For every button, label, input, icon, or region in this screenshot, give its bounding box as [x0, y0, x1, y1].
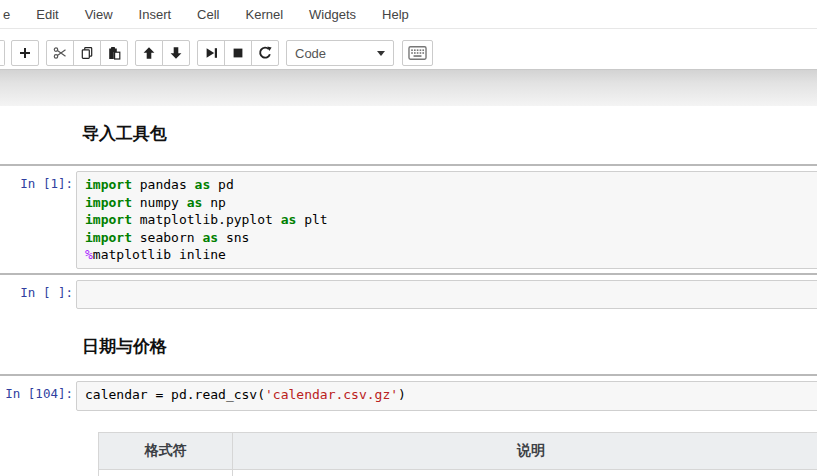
menu-item-file-partial[interactable]: e — [3, 7, 10, 22]
menu-item-help[interactable]: Help — [382, 7, 409, 22]
stop-icon — [231, 46, 245, 60]
table-header-format-specifier: 格式符 — [99, 432, 233, 469]
move-cell-up-button[interactable] — [135, 40, 163, 66]
code-input-empty[interactable] — [76, 280, 817, 310]
table-cell — [233, 469, 817, 476]
paste-icon — [107, 46, 121, 60]
cell-type-select[interactable]: Code — [286, 40, 394, 66]
input-prompt: In [ ]: — [0, 280, 76, 300]
table-cell — [99, 469, 233, 476]
menu-item-kernel[interactable]: Kernel — [246, 7, 284, 22]
move-cell-down-button[interactable] — [162, 40, 190, 66]
table-row-partial — [99, 469, 817, 476]
input-prompt: In [1]: — [0, 171, 76, 191]
paste-cells-button[interactable] — [100, 40, 128, 66]
input-prompt: In [104]: — [0, 381, 76, 401]
copy-icon — [80, 46, 94, 60]
cut-cells-button[interactable] — [46, 40, 74, 66]
menu-item-view[interactable]: View — [85, 7, 113, 22]
run-cell-button[interactable] — [197, 40, 225, 66]
arrow-down-icon — [169, 46, 183, 60]
command-palette-button[interactable] — [402, 40, 433, 66]
chevron-down-icon — [377, 51, 385, 56]
menu-item-cell[interactable]: Cell — [197, 7, 219, 22]
plus-icon — [18, 46, 32, 60]
keyboard-icon — [408, 46, 427, 60]
code-input-calendar[interactable]: calendar = pd.read_csv('calendar.csv.gz'… — [76, 381, 817, 411]
notebook-toolbar: Code — [0, 29, 817, 70]
header-shadow-band — [0, 70, 817, 106]
cell-type-value: Code — [295, 46, 377, 61]
add-cell-button[interactable] — [11, 40, 39, 66]
code-input-imports[interactable]: import pandas as pdimport numpy as npimp… — [76, 171, 817, 269]
notebook-container: 导入工具包 In [1]: import pandas as pdimport … — [0, 124, 817, 476]
code-cell-empty: In [ ]: — [0, 280, 817, 310]
scissors-icon — [53, 46, 67, 60]
code-cell-calendar: In [104]: calendar = pd.read_csv('calend… — [0, 381, 817, 411]
output-table: 格式符 说明 — [98, 432, 817, 476]
table-header-row: 格式符 说明 — [99, 432, 817, 469]
arrow-up-icon — [142, 46, 156, 60]
cell-divider — [0, 164, 817, 166]
markdown-heading-dates: 日期与价格 — [82, 337, 817, 357]
cell-divider — [0, 273, 817, 275]
menu-item-widgets[interactable]: Widgets — [309, 7, 356, 22]
menu-item-insert[interactable]: Insert — [139, 7, 172, 22]
restart-kernel-button[interactable] — [251, 40, 279, 66]
code-cell-imports: In [1]: import pandas as pdimport numpy … — [0, 171, 817, 269]
menu-item-edit[interactable]: Edit — [36, 7, 58, 22]
step-forward-icon — [204, 46, 218, 60]
cell-divider — [0, 374, 817, 376]
interrupt-kernel-button[interactable] — [224, 40, 252, 66]
save-button-partial[interactable] — [0, 40, 5, 66]
copy-cells-button[interactable] — [73, 40, 101, 66]
restart-icon — [258, 46, 272, 60]
menu-bar: e Edit View Insert Cell Kernel Widgets H… — [0, 0, 817, 29]
table-header-description: 说明 — [233, 432, 817, 469]
markdown-heading-imports: 导入工具包 — [82, 124, 817, 144]
